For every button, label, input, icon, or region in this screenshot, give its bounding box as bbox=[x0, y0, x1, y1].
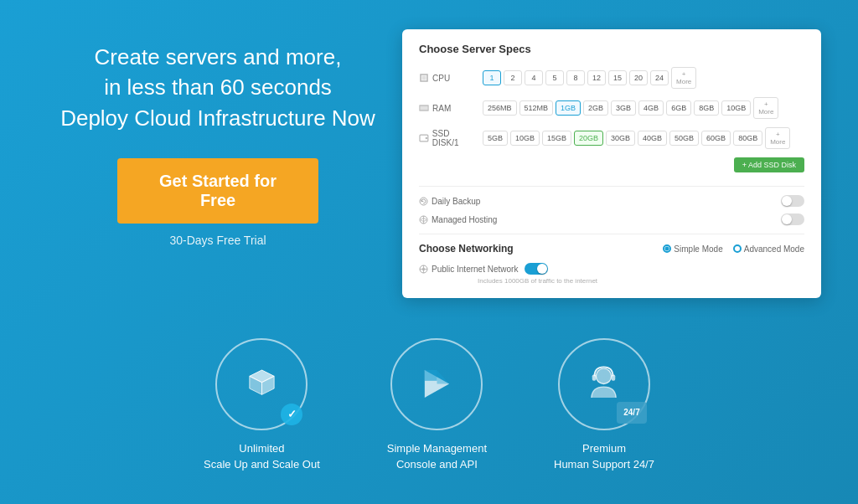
svg-rect-1 bbox=[422, 76, 426, 80]
feature-console: Simple Management Console and API bbox=[387, 338, 487, 473]
ssd-opt-30gb[interactable]: 30GB bbox=[606, 131, 635, 146]
cpu-opt-15[interactable]: 15 bbox=[608, 70, 627, 85]
ssd-icon bbox=[419, 133, 429, 143]
support-label: Premium Human Support 24/7 bbox=[554, 440, 654, 473]
cpu-icon bbox=[419, 73, 429, 83]
cpu-opt-20[interactable]: 20 bbox=[629, 70, 648, 85]
networking-section: Choose Networking Simple Mode Advanced M… bbox=[419, 243, 804, 285]
check-badge: ✓ bbox=[281, 404, 302, 425]
networking-header: Choose Networking Simple Mode Advanced M… bbox=[419, 243, 804, 255]
left-content: Create servers and more, in less than 60… bbox=[50, 25, 385, 247]
cta-button[interactable]: Get Started for Free bbox=[117, 158, 318, 224]
cpu-opt-4[interactable]: 4 bbox=[525, 70, 543, 85]
managed-hosting-row: Managed Hosting bbox=[419, 213, 804, 225]
cpu-options: 1 2 4 5 8 12 15 20 24 +More bbox=[483, 67, 696, 89]
bottom-section: ✓ Unlimited Scale Up and Scale Out Simpl… bbox=[0, 315, 858, 504]
hosting-icon bbox=[419, 215, 428, 224]
ssd-label: SSD DISK/1 bbox=[419, 129, 478, 147]
console-icon-circle bbox=[390, 338, 483, 430]
svg-point-8 bbox=[426, 137, 427, 139]
network-label: Public Internet Network bbox=[419, 265, 518, 274]
advanced-mode-radio[interactable] bbox=[733, 244, 742, 253]
main-container: Create servers and more, in less than 60… bbox=[0, 0, 858, 504]
cpu-opt-12[interactable]: 12 bbox=[587, 70, 606, 85]
svg-marker-21 bbox=[437, 370, 449, 384]
svg-rect-2 bbox=[420, 105, 428, 111]
networking-title: Choose Networking bbox=[419, 243, 514, 255]
svg-marker-20 bbox=[425, 370, 437, 381]
free-trial-text: 30-Days Free Trial bbox=[50, 234, 385, 247]
ssd-row: SSD DISK/1 5GB 10GB 15GB 20GB 30GB 40GB … bbox=[419, 127, 804, 149]
cpu-opt-more[interactable]: +More bbox=[671, 67, 696, 89]
ssd-opt-20gb[interactable]: 20GB bbox=[574, 131, 603, 146]
advanced-mode-label: Advanced Mode bbox=[744, 244, 804, 254]
managed-hosting-label: Managed Hosting bbox=[419, 215, 774, 224]
ram-opt-1gb[interactable]: 1GB bbox=[556, 100, 581, 116]
top-section: Create servers and more, in less than 60… bbox=[0, 0, 858, 315]
networking-modes: Simple Mode Advanced Mode bbox=[663, 244, 804, 254]
ssd-opt-60gb[interactable]: 60GB bbox=[701, 131, 731, 146]
ssd-opt-50gb[interactable]: 50GB bbox=[669, 131, 699, 146]
ram-opt-8gb[interactable]: 8GB bbox=[694, 100, 719, 116]
console-label: Simple Management Console and API bbox=[387, 440, 487, 473]
ram-opt-512mb[interactable]: 512MB bbox=[519, 100, 554, 116]
divider-1 bbox=[419, 186, 804, 187]
ram-icon bbox=[419, 103, 429, 113]
feature-scale: ✓ Unlimited Scale Up and Scale Out bbox=[204, 338, 320, 473]
network-sub-text: Includes 1000GB of traffic to the intern… bbox=[478, 277, 804, 285]
ram-label: RAM bbox=[419, 103, 478, 113]
daily-backup-row: Daily Backup bbox=[419, 195, 804, 207]
ssd-opt-15gb[interactable]: 15GB bbox=[542, 131, 571, 146]
ssd-opt-more[interactable]: +More bbox=[765, 127, 790, 149]
simple-mode-radio[interactable] bbox=[663, 244, 671, 253]
ram-options: 256MB 512MB 1GB 2GB 3GB 4GB 6GB 8GB 10GB… bbox=[483, 97, 778, 119]
support-headset-icon bbox=[581, 361, 627, 407]
managed-hosting-toggle[interactable] bbox=[781, 213, 804, 225]
network-icon bbox=[419, 265, 428, 274]
svg-rect-24 bbox=[612, 375, 616, 381]
scale-label: Unlimited Scale Up and Scale Out bbox=[204, 440, 320, 473]
feature-support: 24/7 Premium Human Support 24/7 bbox=[554, 338, 654, 473]
cpu-opt-5[interactable]: 5 bbox=[545, 70, 564, 85]
headline-line2: in less than 60 seconds bbox=[104, 75, 332, 100]
headline: Create servers and more, in less than 60… bbox=[50, 42, 385, 133]
ram-opt-256mb[interactable]: 256MB bbox=[483, 100, 517, 116]
cpu-opt-8[interactable]: 8 bbox=[566, 70, 585, 85]
cpu-label: CPU bbox=[419, 73, 478, 83]
ram-opt-4gb[interactable]: 4GB bbox=[638, 100, 664, 116]
ssd-options: 5GB 10GB 15GB 20GB 30GB 40GB 50GB 60GB 8… bbox=[483, 127, 790, 149]
console-play-icon bbox=[414, 361, 460, 407]
ssd-opt-10gb[interactable]: 10GB bbox=[510, 131, 540, 146]
daily-backup-label: Daily Backup bbox=[419, 197, 774, 206]
headline-line1: Create servers and more, bbox=[95, 44, 342, 69]
ssd-opt-5gb[interactable]: 5GB bbox=[483, 131, 508, 146]
ssd-opt-80gb[interactable]: 80GB bbox=[733, 131, 762, 146]
scale-cube-icon bbox=[239, 361, 285, 407]
scale-icon-circle: ✓ bbox=[215, 338, 308, 430]
svg-point-22 bbox=[597, 368, 612, 383]
server-specs-panel: Choose Server Specs CPU 1 2 4 5 8 12 bbox=[402, 29, 821, 298]
support-icon-circle: 24/7 bbox=[558, 338, 650, 430]
advanced-mode-option[interactable]: Advanced Mode bbox=[733, 244, 804, 254]
cpu-opt-1[interactable]: 1 bbox=[483, 70, 501, 85]
simple-mode-option[interactable]: Simple Mode bbox=[663, 244, 722, 254]
add-ssd-button[interactable]: + Add SSD Disk bbox=[734, 157, 804, 172]
cpu-opt-24[interactable]: 24 bbox=[650, 70, 669, 85]
ram-opt-2gb[interactable]: 2GB bbox=[583, 100, 608, 116]
cpu-row: CPU 1 2 4 5 8 12 15 20 24 +More bbox=[419, 67, 804, 89]
panel-title: Choose Server Specs bbox=[419, 43, 804, 55]
network-toggle[interactable] bbox=[525, 263, 548, 275]
backup-icon bbox=[419, 197, 428, 206]
ram-opt-more[interactable]: +More bbox=[753, 97, 778, 119]
ssd-opt-40gb[interactable]: 40GB bbox=[638, 131, 667, 146]
daily-backup-toggle[interactable] bbox=[781, 195, 804, 207]
network-row: Public Internet Network bbox=[419, 263, 804, 275]
ram-opt-6gb[interactable]: 6GB bbox=[666, 100, 691, 116]
headline-line3: Deploy Cloud Infrastructure Now bbox=[60, 105, 375, 131]
ram-row: RAM 256MB 512MB 1GB 2GB 3GB 4GB 6GB 8GB … bbox=[419, 97, 804, 119]
simple-mode-label: Simple Mode bbox=[674, 244, 722, 254]
support-badge: 24/7 bbox=[617, 402, 647, 424]
ram-opt-3gb[interactable]: 3GB bbox=[611, 100, 636, 116]
ram-opt-10gb[interactable]: 10GB bbox=[721, 100, 751, 116]
cpu-opt-2[interactable]: 2 bbox=[504, 70, 522, 85]
